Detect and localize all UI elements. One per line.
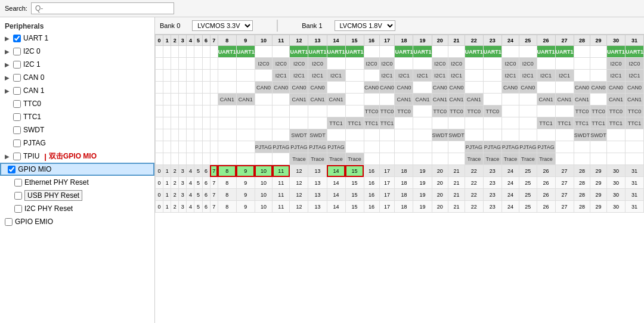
peripheral-pin-cell[interactable] xyxy=(537,58,555,70)
peripheral-pin-cell[interactable] xyxy=(501,94,519,105)
peripheral-pin-cell[interactable] xyxy=(395,153,413,165)
peripheral-pin-cell[interactable] xyxy=(519,117,537,129)
peripheral-pin-cell[interactable] xyxy=(210,82,218,94)
numeric-pin-cell[interactable]: 14 xyxy=(327,201,345,213)
peripheral-pin-cell[interactable] xyxy=(202,117,210,129)
peripheral-pin-cell[interactable] xyxy=(236,153,255,165)
peripheral-pin-cell[interactable]: CAN1 xyxy=(218,94,236,105)
numeric-pin-cell[interactable]: 7 xyxy=(210,201,218,213)
pjtag-checkbox[interactable] xyxy=(13,139,21,147)
peripheral-pin-cell[interactable] xyxy=(156,46,163,58)
peripheral-pin-cell[interactable] xyxy=(327,129,345,141)
numeric-pin-cell[interactable]: 13 xyxy=(308,177,327,189)
sidebar-item-i2c0[interactable]: ▶ I2C 0 xyxy=(0,45,154,58)
peripheral-pin-cell[interactable] xyxy=(156,94,163,105)
peripheral-pin-cell[interactable]: CAN0 xyxy=(290,82,308,94)
peripheral-pin-cell[interactable] xyxy=(156,141,163,153)
peripheral-pin-cell[interactable] xyxy=(364,46,379,58)
peripheral-pin-cell[interactable] xyxy=(202,46,210,58)
gpio-mio-pin-cell[interactable]: 6 xyxy=(202,165,210,177)
numeric-pin-cell[interactable]: 4 xyxy=(187,189,194,201)
peripheral-pin-cell[interactable] xyxy=(273,129,290,141)
peripheral-pin-cell[interactable] xyxy=(625,153,643,165)
peripheral-pin-cell[interactable] xyxy=(171,153,179,165)
peripheral-pin-cell[interactable]: Trace xyxy=(465,153,483,165)
numeric-pin-cell[interactable]: 2 xyxy=(171,201,179,213)
numeric-pin-cell[interactable]: 13 xyxy=(308,201,327,213)
peripheral-pin-cell[interactable]: I2C0 xyxy=(255,58,272,70)
peripheral-pin-cell[interactable] xyxy=(171,58,179,70)
peripheral-pin-cell[interactable] xyxy=(163,153,171,165)
peripheral-pin-cell[interactable] xyxy=(555,153,574,165)
peripheral-pin-cell[interactable] xyxy=(187,153,194,165)
peripheral-pin-cell[interactable]: CAN1 xyxy=(236,94,255,105)
peripheral-pin-cell[interactable] xyxy=(483,70,501,82)
peripheral-pin-cell[interactable] xyxy=(501,105,519,117)
can0-checkbox[interactable] xyxy=(13,74,21,82)
numeric-pin-cell[interactable]: 24 xyxy=(501,201,519,213)
peripheral-pin-cell[interactable] xyxy=(236,117,255,129)
numeric-pin-cell[interactable]: 11 xyxy=(273,177,290,189)
peripheral-pin-cell[interactable] xyxy=(413,141,432,153)
peripheral-pin-cell[interactable] xyxy=(537,82,555,94)
numeric-pin-cell[interactable]: 6 xyxy=(202,201,210,213)
peripheral-pin-cell[interactable]: SWDT xyxy=(290,129,308,141)
numeric-pin-cell[interactable]: 29 xyxy=(590,189,607,201)
peripheral-pin-cell[interactable] xyxy=(218,70,236,82)
peripheral-pin-cell[interactable] xyxy=(156,153,163,165)
peripheral-pin-cell[interactable] xyxy=(163,70,171,82)
peripheral-pin-cell[interactable] xyxy=(156,82,163,94)
numeric-pin-cell[interactable]: 13 xyxy=(308,189,327,201)
peripheral-pin-cell[interactable]: Trace xyxy=(345,153,364,165)
peripheral-pin-cell[interactable]: I2C1 xyxy=(606,70,625,82)
peripheral-pin-cell[interactable]: UART1 xyxy=(327,46,345,58)
numeric-pin-cell[interactable]: 22 xyxy=(465,177,483,189)
sidebar-item-eth-phy-reset[interactable]: Ethernet PHY Reset xyxy=(0,176,154,189)
peripheral-pin-cell[interactable]: I2C1 xyxy=(625,70,643,82)
peripheral-pin-cell[interactable]: I2C1 xyxy=(448,70,465,82)
peripheral-pin-cell[interactable] xyxy=(413,153,432,165)
gpio-mio-pin-cell[interactable]: 9 xyxy=(236,165,255,177)
peripheral-pin-cell[interactable] xyxy=(210,153,218,165)
peripheral-pin-cell[interactable]: CAN1 xyxy=(413,94,432,105)
peripheral-pin-cell[interactable] xyxy=(379,141,395,153)
numeric-pin-cell[interactable]: 20 xyxy=(432,189,448,201)
peripheral-pin-cell[interactable]: TTC1 xyxy=(574,117,590,129)
peripheral-pin-cell[interactable] xyxy=(255,94,272,105)
peripheral-pin-cell[interactable] xyxy=(210,129,218,141)
numeric-pin-cell[interactable]: 7 xyxy=(210,189,218,201)
numeric-pin-cell[interactable]: 1 xyxy=(163,177,171,189)
peripheral-pin-cell[interactable] xyxy=(413,58,432,70)
peripheral-pin-cell[interactable]: I2C1 xyxy=(327,70,345,82)
peripheral-pin-cell[interactable] xyxy=(210,141,218,153)
numeric-pin-cell[interactable]: 11 xyxy=(273,189,290,201)
peripheral-pin-cell[interactable] xyxy=(163,46,171,58)
peripheral-pin-cell[interactable] xyxy=(255,153,272,165)
peripheral-pin-cell[interactable] xyxy=(465,117,483,129)
gpio-mio-pin-cell[interactable]: 26 xyxy=(537,165,555,177)
peripheral-pin-cell[interactable] xyxy=(448,141,465,153)
peripheral-pin-cell[interactable] xyxy=(210,58,218,70)
numeric-pin-cell[interactable]: 17 xyxy=(379,177,395,189)
numeric-pin-cell[interactable]: 21 xyxy=(448,189,465,201)
numeric-pin-cell[interactable]: 19 xyxy=(413,177,432,189)
peripheral-pin-cell[interactable] xyxy=(156,70,163,82)
tpiu-checkbox[interactable] xyxy=(13,153,21,160)
peripheral-pin-cell[interactable] xyxy=(187,105,194,117)
peripheral-pin-cell[interactable]: UART1 xyxy=(290,46,308,58)
peripheral-pin-cell[interactable]: CAN0 xyxy=(501,82,519,94)
peripheral-pin-cell[interactable]: CAN0 xyxy=(255,82,272,94)
peripheral-pin-cell[interactable] xyxy=(606,129,625,141)
peripheral-pin-cell[interactable] xyxy=(574,58,590,70)
gpio-mio-pin-cell[interactable]: 28 xyxy=(574,165,590,177)
numeric-pin-cell[interactable]: 3 xyxy=(179,177,187,189)
peripheral-pin-cell[interactable]: CAN1 xyxy=(448,94,465,105)
peripheral-pin-cell[interactable] xyxy=(171,70,179,82)
numeric-pin-cell[interactable]: 4 xyxy=(187,177,194,189)
peripheral-pin-cell[interactable] xyxy=(395,58,413,70)
peripheral-pin-cell[interactable] xyxy=(345,141,364,153)
sidebar-item-gpio-emio[interactable]: GPIO EMIO xyxy=(0,215,154,228)
numeric-pin-cell[interactable]: 10 xyxy=(255,201,272,213)
gpio-mio-pin-cell[interactable]: 4 xyxy=(187,165,194,177)
peripheral-pin-cell[interactable] xyxy=(273,105,290,117)
